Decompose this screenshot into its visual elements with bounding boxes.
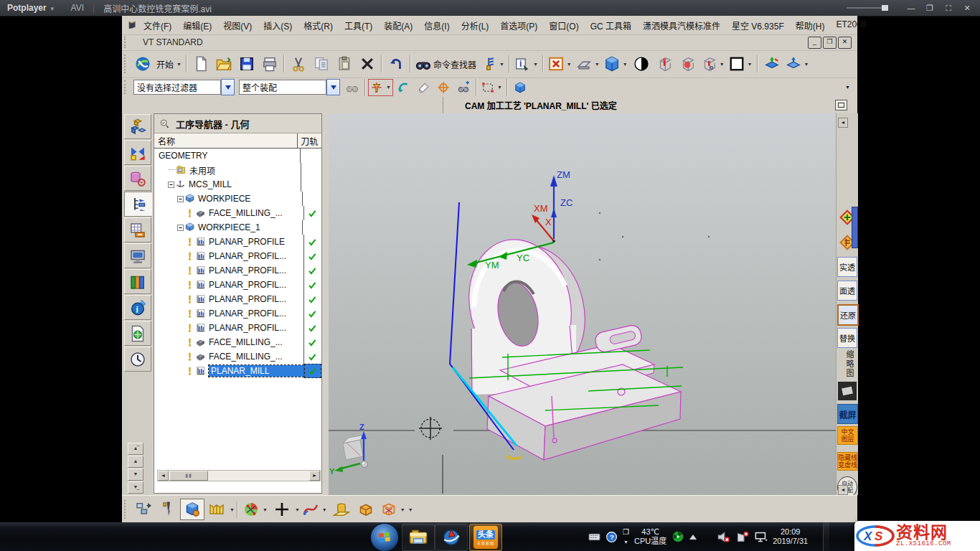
dropdown-caret-icon[interactable]: ▼	[720, 62, 725, 67]
tree-row-MCS_MILL[interactable]: MCS_MILL	[154, 177, 321, 192]
machining-method-view-icon[interactable]	[204, 499, 229, 520]
delete-icon[interactable]	[356, 54, 379, 74]
curve-icon[interactable]: ▼	[300, 499, 329, 520]
menu-插入(S)[interactable]: 插入(S)	[258, 18, 298, 33]
nx-minimize-button[interactable]: _	[808, 37, 821, 49]
tree-row-FACE_MILLING_...[interactable]: FACE_MILLING_...	[154, 206, 321, 220]
find-component-icon[interactable]	[453, 79, 473, 96]
wireframe-box-icon[interactable]: ▼	[378, 499, 407, 520]
cube-sphere-icon[interactable]	[676, 54, 699, 74]
button-开始[interactable]: 开始▼	[154, 54, 184, 74]
point-icon[interactable]	[270, 499, 294, 520]
shaded-view-icon[interactable]: ▼	[602, 54, 630, 74]
tray-network-error-icon[interactable]	[735, 530, 749, 544]
hscroll-right-button[interactable]: ►	[309, 471, 320, 481]
toolbar-grip[interactable]	[124, 80, 129, 94]
tree-row-PLANAR_PROFIL...[interactable]: PLANAR_PROFIL...	[154, 278, 321, 292]
right-button-实透[interactable]: 实透	[837, 257, 857, 277]
background-swatch-icon[interactable]: ▼	[727, 54, 755, 74]
toolbar-grip[interactable]	[124, 500, 129, 519]
menu-格式(R)[interactable]: 格式(R)	[298, 18, 339, 33]
dropdown-caret-icon[interactable]: ▼	[497, 85, 502, 90]
snap-point-icon[interactable]	[433, 79, 453, 96]
status-clip-icon[interactable]	[835, 100, 847, 110]
visualization-pen-icon[interactable]: ▼	[479, 54, 507, 74]
tree-row-PLANAR_PROFIL...[interactable]: PLANAR_PROFIL...	[154, 263, 321, 278]
menu-星空 V6.935F[interactable]: 星空 V6.935F	[726, 18, 790, 33]
resource-tab-templates-doc[interactable]	[124, 321, 151, 346]
right-button-还原[interactable]: 还原	[837, 304, 859, 326]
paste-icon[interactable]	[333, 54, 356, 74]
right-button-替换[interactable]: 替换	[837, 328, 857, 348]
resource-tab-operation-navigator[interactable]	[124, 192, 154, 217]
tree-row-FACE_MILLING_...[interactable]: FACE_MILLING_...	[154, 335, 321, 349]
tree-row-PLANAR_PROFILE[interactable]: PLANAR_PROFILE	[154, 235, 321, 249]
column-header-name[interactable]: 名称	[154, 133, 298, 148]
resource-tab-part-navigator[interactable]	[124, 166, 151, 191]
toolbar-overflow-caret-icon[interactable]: ▼	[845, 85, 850, 90]
object-colors-icon[interactable]: ▼	[240, 499, 270, 520]
clip-section-icon[interactable]	[760, 54, 783, 74]
dropdown-caret-icon[interactable]: ▼	[533, 62, 538, 67]
tree-row-PLANAR_PROFIL...[interactable]: PLANAR_PROFIL...	[154, 321, 321, 335]
menu-装配(A)[interactable]: 装配(A)	[378, 18, 418, 33]
program-order-view-icon[interactable]	[131, 499, 156, 520]
extrude-icon[interactable]	[329, 499, 354, 520]
taskbar-explorer-button[interactable]	[402, 524, 435, 551]
right-button-面透[interactable]: 面透	[837, 281, 857, 301]
machine-tool-view-icon[interactable]	[156, 499, 180, 520]
tray-fan-icon[interactable]	[672, 530, 684, 543]
fit-window-icon[interactable]: ▼	[546, 54, 574, 74]
dropdown-caret-icon[interactable]: ▼	[408, 507, 413, 512]
tree-row-PLANAR_MILL[interactable]: PLANAR_MILL	[154, 364, 321, 378]
menu-潇洒模具汽模标准件[interactable]: 潇洒模具汽模标准件	[637, 18, 726, 33]
player-menu-caret-icon[interactable]: ▼	[50, 6, 55, 12]
dropdown-caret-icon[interactable]: ▼	[322, 507, 327, 512]
dropdown-caret-icon[interactable]: ▼	[804, 62, 809, 67]
menu-信息(I)[interactable]: 信息(I)	[418, 18, 455, 33]
player-restore-button[interactable]: ❐	[923, 2, 937, 14]
nx-restore-button[interactable]: ❐	[823, 37, 837, 49]
tree-row-PLANAR_PROFIL...[interactable]: PLANAR_PROFIL...	[154, 292, 321, 306]
resource-scroll-bottom-button[interactable]: ▼̲	[128, 481, 143, 494]
snap-binoculars-icon[interactable]	[342, 79, 362, 96]
toolbar-grip[interactable]	[124, 55, 129, 74]
menu-窗口(O)[interactable]: 窗口(O)	[543, 18, 584, 33]
clip-section-alt-icon[interactable]: ▼	[783, 54, 811, 74]
resource-tab-hd3d-tools[interactable]	[124, 243, 151, 268]
tray-window-icon[interactable]: ❐▼	[623, 527, 629, 547]
dropdown-caret-icon[interactable]: ▼	[623, 62, 628, 67]
teal-swoosh-icon[interactable]	[393, 79, 413, 96]
resource-tab-web-browser[interactable]: i	[124, 295, 151, 320]
tree-row-WORKPIECE_1[interactable]: WORKPIECE_1	[154, 220, 321, 235]
hscroll-thumb[interactable]: ▮▮	[169, 471, 208, 481]
cube-pin-alt-icon[interactable]: ▼	[699, 54, 727, 74]
menu-视图(V)[interactable]: 视图(V)	[217, 18, 258, 33]
dropdown-caret-icon[interactable]: ▼	[230, 507, 235, 512]
menu-编辑(E)[interactable]: 编辑(E)	[177, 18, 217, 33]
nx-close-button[interactable]: ✕	[838, 37, 852, 49]
combo-整个装配[interactable]: 整个装配	[239, 79, 340, 95]
combo-没有选择过滤器[interactable]: 没有选择过滤器	[133, 79, 235, 95]
marquee-select-icon[interactable]: ▼	[479, 79, 504, 96]
right-toolbar-scrollbar[interactable]	[852, 207, 858, 248]
menu-分析(L)[interactable]: 分析(L)	[456, 18, 495, 33]
dropdown-caret-icon[interactable]: ▼	[263, 507, 268, 512]
appearance-ball-icon[interactable]	[630, 54, 653, 74]
display-mirror-icon[interactable]: ▼	[574, 54, 602, 74]
dropdown-caret-icon[interactable]: ▼	[386, 85, 391, 90]
player-fullscreen-button[interactable]: ⛶	[941, 2, 956, 14]
hscroll-left-button[interactable]: ◄	[158, 471, 169, 481]
thumbnail-vertical-label[interactable]: 缩略图	[839, 350, 855, 378]
resource-scroll-up-button[interactable]: ▲	[128, 456, 143, 468]
dropdown-caret-icon[interactable]: ▼	[400, 507, 405, 512]
command-finder-icon[interactable]: 命令查找器	[413, 54, 479, 74]
geometry-view-icon[interactable]	[180, 499, 204, 520]
block-icon[interactable]	[354, 499, 378, 520]
graphics-viewport[interactable]: ZM ZC XM X YC YM	[329, 113, 836, 495]
resource-scroll-down-button[interactable]: ▼	[128, 468, 143, 481]
thumbnail-preview[interactable]	[838, 382, 857, 400]
resource-scroll-top-button[interactable]: ▲̅	[128, 443, 143, 455]
column-header-toolpath[interactable]: 刀轨	[298, 133, 321, 148]
start-button[interactable]	[370, 523, 399, 551]
